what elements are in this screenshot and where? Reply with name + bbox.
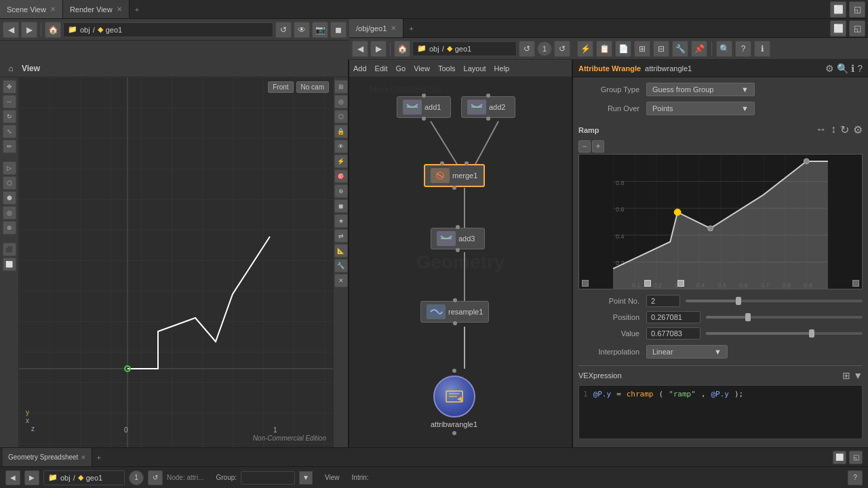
menu-layout[interactable]: Layout bbox=[464, 64, 486, 73]
node-add3[interactable]: add3 bbox=[431, 228, 485, 249]
vex-expand-icon[interactable]: ⊞ bbox=[842, 370, 850, 381]
tool-select2[interactable]: ▷ bbox=[3, 161, 16, 175]
group-type-select[interactable]: Guess from Group ▼ bbox=[646, 83, 755, 96]
bottom-tab-spreadsheet[interactable]: Geometry Spreadsheet ✕ bbox=[3, 448, 92, 466]
rtool-12[interactable]: 📐 bbox=[334, 244, 348, 258]
tool-edit[interactable]: ✏ bbox=[3, 140, 16, 153]
vex-code-area[interactable]: 1 @P.y = chramp ( "ramp" , @P.y ); bbox=[578, 385, 863, 439]
home-icon[interactable]: ⌂ bbox=[4, 62, 18, 75]
maximize-button[interactable]: ⬜ bbox=[830, 1, 846, 18]
maximize2-button[interactable]: ⬜ bbox=[830, 20, 846, 37]
point-no-thumb[interactable] bbox=[736, 297, 741, 305]
tab2-add-button[interactable]: + bbox=[403, 24, 418, 33]
redo-button[interactable]: ▶ bbox=[21, 22, 37, 38]
rtool-2[interactable]: ◎ bbox=[334, 95, 348, 108]
rtool-14[interactable]: ✕ bbox=[334, 274, 348, 287]
props-help[interactable]: ? bbox=[735, 41, 751, 57]
view-btn3[interactable]: ◼ bbox=[330, 22, 347, 38]
props-help-icon[interactable]: ? bbox=[857, 63, 863, 74]
float2-button[interactable]: ◱ bbox=[849, 20, 865, 37]
rtool-8[interactable]: ⊕ bbox=[334, 184, 348, 198]
menu-view[interactable]: View bbox=[414, 64, 430, 73]
rtool-11[interactable]: ⇄ bbox=[334, 229, 348, 243]
tool-g[interactable]: ⬜ bbox=[3, 258, 16, 271]
value-thumb[interactable] bbox=[809, 329, 814, 338]
rtool-7[interactable]: 🎯 bbox=[334, 169, 348, 183]
position-field[interactable]: 0.267081 bbox=[646, 311, 701, 323]
rtool-4[interactable]: 🔒 bbox=[334, 125, 348, 138]
position-slider[interactable] bbox=[706, 316, 863, 319]
refresh-button[interactable]: ↺ bbox=[275, 22, 292, 38]
value-slider[interactable] bbox=[706, 332, 863, 335]
tool-rotate[interactable]: ↻ bbox=[3, 110, 16, 123]
ramp-reset-icon[interactable]: ↻ bbox=[840, 123, 849, 136]
props-info-icon[interactable]: ℹ bbox=[851, 63, 854, 74]
tool-d[interactable]: ◎ bbox=[3, 206, 16, 220]
status-btn-redo[interactable]: ▶ bbox=[24, 470, 39, 485]
tab-add-button[interactable]: + bbox=[130, 5, 144, 14]
point-no-field[interactable]: 2 bbox=[646, 295, 680, 307]
vex-collapse-icon[interactable]: ▼ bbox=[853, 370, 863, 381]
rtool-6[interactable]: ⚡ bbox=[334, 155, 348, 168]
undo-button[interactable]: ◀ bbox=[3, 22, 19, 38]
ramp-graph-area[interactable]: 0.2 0.4 0.6 0.8 0.1 0.2 bbox=[578, 154, 863, 289]
ramp-settings-icon[interactable]: ⚙ bbox=[853, 123, 863, 136]
props-info[interactable]: ℹ bbox=[754, 41, 770, 57]
node-attribwrangle1[interactable]: attribwrangle1 bbox=[431, 369, 477, 435]
tool-b[interactable]: ⬡ bbox=[3, 176, 16, 190]
tab-scene-view-close[interactable]: ✕ bbox=[50, 5, 56, 13]
ramp-flip-h-icon[interactable]: ↔ bbox=[816, 123, 827, 136]
ramp-handle-mid2[interactable] bbox=[677, 280, 684, 287]
tool-select[interactable]: ✥ bbox=[3, 80, 16, 94]
node-undo-button[interactable]: ◀ bbox=[352, 41, 368, 57]
home-button[interactable]: 🏠 bbox=[45, 22, 61, 38]
point-no-slider[interactable] bbox=[686, 300, 863, 302]
node-redo-button[interactable]: ▶ bbox=[370, 41, 387, 57]
menu-tools[interactable]: Tools bbox=[438, 64, 456, 73]
bottom-tab-spreadsheet-close[interactable]: ✕ bbox=[81, 454, 86, 461]
status-filter-btn[interactable]: ▼ bbox=[299, 471, 313, 485]
ramp-handle-left[interactable] bbox=[582, 280, 589, 287]
tab-render-view[interactable]: Render View ✕ bbox=[63, 0, 130, 18]
view-btn2[interactable]: 📷 bbox=[312, 22, 328, 38]
node-resample1[interactable]: resample1 bbox=[420, 301, 489, 323]
props-icon3[interactable]: 📄 bbox=[615, 41, 631, 57]
ramp-handle-right[interactable] bbox=[852, 280, 859, 287]
tab-scene-view[interactable]: Scene View ✕ bbox=[0, 0, 63, 18]
rtool-3[interactable]: ⬡ bbox=[334, 110, 348, 123]
node-add2[interactable]: add2 bbox=[461, 96, 515, 118]
float-button[interactable]: ◱ bbox=[849, 1, 865, 18]
status-help-btn[interactable]: ? bbox=[848, 470, 863, 485]
menu-help[interactable]: Help bbox=[494, 64, 510, 73]
props-icon2[interactable]: 📋 bbox=[596, 41, 612, 57]
bottom-float-btn[interactable]: ◱ bbox=[849, 451, 863, 464]
ramp-flip-v-icon[interactable]: ↕ bbox=[831, 123, 836, 136]
position-thumb[interactable] bbox=[745, 313, 751, 321]
interpolation-select[interactable]: Linear ▼ bbox=[646, 345, 728, 359]
tab-geo1-close[interactable]: ✕ bbox=[391, 24, 396, 32]
bottom-maximize-btn[interactable]: ⬜ bbox=[833, 451, 846, 464]
run-over-select[interactable]: Points ▼ bbox=[646, 102, 755, 115]
tool-scale[interactable]: ⤡ bbox=[3, 125, 16, 138]
node-merge1[interactable]: merge1 bbox=[424, 164, 485, 187]
node-home-button[interactable]: 🏠 bbox=[394, 41, 410, 57]
bottom-tab-add[interactable]: + bbox=[92, 453, 104, 462]
node-add1[interactable]: add1 bbox=[397, 96, 451, 118]
menu-add[interactable]: Add bbox=[353, 64, 367, 73]
rtool-5[interactable]: 👁 bbox=[334, 140, 348, 153]
menu-edit[interactable]: Edit bbox=[375, 64, 388, 73]
rtool-9[interactable]: ◼ bbox=[334, 199, 348, 213]
ramp-handle-mid[interactable] bbox=[644, 280, 651, 287]
rtool-1[interactable]: ⊞ bbox=[334, 80, 348, 94]
status-refresh-btn[interactable]: ↺ bbox=[148, 470, 163, 485]
rtool-10[interactable]: ★ bbox=[334, 214, 348, 228]
status-group-input[interactable] bbox=[241, 471, 295, 485]
view-btn1[interactable]: 👁 bbox=[294, 22, 310, 38]
rtool-13[interactable]: 🔧 bbox=[334, 259, 348, 272]
tool-transform[interactable]: ↔ bbox=[3, 95, 16, 108]
tab-geo1[interactable]: /obj/geo1 ✕ bbox=[349, 19, 403, 37]
ramp-add-btn[interactable]: + bbox=[592, 140, 604, 152]
node-index-btn[interactable]: 1 bbox=[537, 41, 552, 56]
view-cam-dropdown[interactable]: No cam bbox=[296, 81, 329, 93]
view-front-dropdown[interactable]: Front bbox=[268, 81, 293, 93]
